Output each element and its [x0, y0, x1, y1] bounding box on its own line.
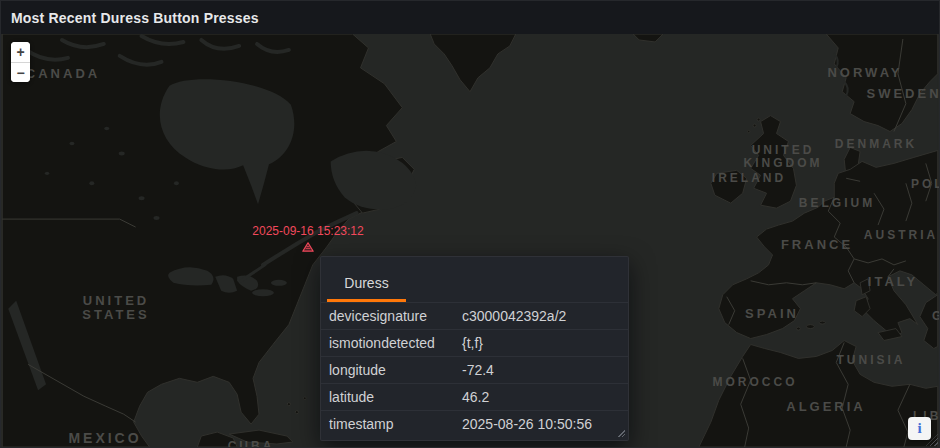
tooltip-row-key: devicesignature [329, 308, 462, 324]
map-zoom-control: + − [11, 42, 30, 82]
tooltip-row-value: 46.2 [462, 389, 620, 405]
tooltip-row-value: 2025-08-26 10:50:56 [462, 416, 620, 432]
tooltip-row: timestamp2025-08-26 10:50:56 [321, 410, 628, 437]
tooltip-tab-duress[interactable]: Duress [327, 257, 406, 302]
tooltip-row-value: {t,f} [462, 335, 620, 351]
tooltip-rows: devicesignaturec3000042392a/2ismotiondet… [321, 302, 628, 437]
tooltip-header: Duress [321, 257, 628, 302]
tooltip-row-key: timestamp [329, 416, 462, 432]
map-panel: Most Recent Duress Button Presses [0, 0, 940, 448]
tooltip-row: ismotiondetected{t,f} [321, 329, 628, 356]
attribution-info-button[interactable]: i [908, 417, 931, 440]
panel-header: Most Recent Duress Button Presses [1, 1, 939, 34]
panel-title: Most Recent Duress Button Presses [11, 10, 259, 26]
tooltip-row-value: c3000042392a/2 [462, 308, 620, 324]
marker-timestamp-label: 2025-09-16 15:23:12 [252, 224, 363, 238]
map-canvas[interactable]: CANADAUNITED STATESMEXICOCUBANORWAYSWEDE… [1, 34, 939, 447]
data-tooltip[interactable]: Duress devicesignaturec3000042392a/2ismo… [320, 256, 629, 441]
tooltip-row-key: longitude [329, 362, 462, 378]
tooltip-row-value: -72.4 [462, 362, 620, 378]
tooltip-row: latitude46.2 [321, 383, 628, 410]
tooltip-row-key: latitude [329, 389, 462, 405]
tooltip-row: devicesignaturec3000042392a/2 [321, 302, 628, 329]
zoom-out-button[interactable]: − [11, 62, 30, 82]
zoom-in-button[interactable]: + [11, 42, 30, 62]
tooltip-row-key: ismotiondetected [329, 335, 462, 351]
duress-marker-icon[interactable] [302, 242, 314, 252]
tooltip-row: longitude-72.4 [321, 356, 628, 383]
